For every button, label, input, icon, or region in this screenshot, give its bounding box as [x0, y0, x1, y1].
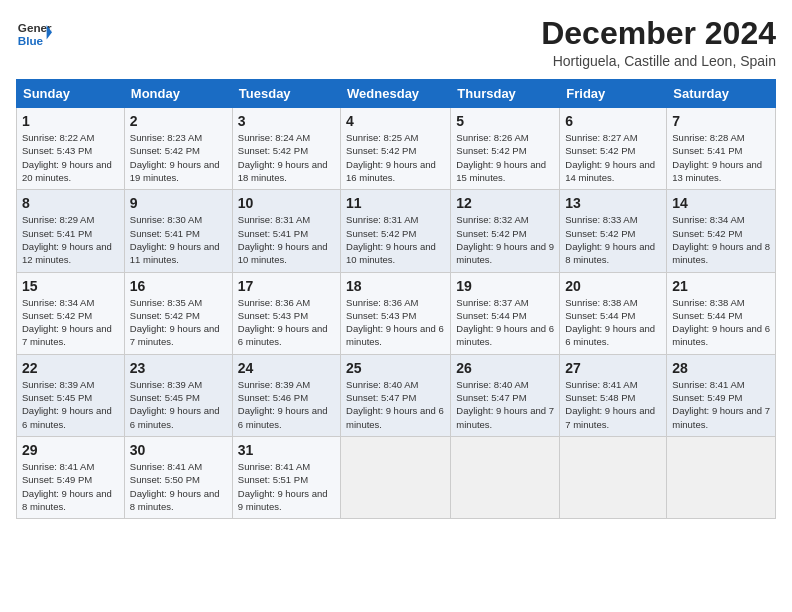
day-info: Sunrise: 8:39 AMSunset: 5:45 PMDaylight:…: [130, 378, 227, 431]
calendar-cell: 10Sunrise: 8:31 AMSunset: 5:41 PMDayligh…: [232, 190, 340, 272]
day-number: 25: [346, 360, 445, 376]
calendar-cell: 16Sunrise: 8:35 AMSunset: 5:42 PMDayligh…: [124, 272, 232, 354]
calendar-cell: 8Sunrise: 8:29 AMSunset: 5:41 PMDaylight…: [17, 190, 125, 272]
calendar-cell: 12Sunrise: 8:32 AMSunset: 5:42 PMDayligh…: [451, 190, 560, 272]
calendar-header-row: SundayMondayTuesdayWednesdayThursdayFrid…: [17, 80, 776, 108]
calendar-cell: 21Sunrise: 8:38 AMSunset: 5:44 PMDayligh…: [667, 272, 776, 354]
svg-text:Blue: Blue: [18, 34, 44, 47]
calendar-cell: [451, 436, 560, 518]
day-info: Sunrise: 8:41 AMSunset: 5:51 PMDaylight:…: [238, 460, 335, 513]
calendar-week-row: 1Sunrise: 8:22 AMSunset: 5:43 PMDaylight…: [17, 108, 776, 190]
day-number: 15: [22, 278, 119, 294]
day-info: Sunrise: 8:29 AMSunset: 5:41 PMDaylight:…: [22, 213, 119, 266]
col-header-sunday: Sunday: [17, 80, 125, 108]
main-title: December 2024: [541, 16, 776, 51]
day-number: 11: [346, 195, 445, 211]
day-number: 2: [130, 113, 227, 129]
col-header-tuesday: Tuesday: [232, 80, 340, 108]
calendar-week-row: 8Sunrise: 8:29 AMSunset: 5:41 PMDaylight…: [17, 190, 776, 272]
calendar-cell: 22Sunrise: 8:39 AMSunset: 5:45 PMDayligh…: [17, 354, 125, 436]
day-info: Sunrise: 8:39 AMSunset: 5:45 PMDaylight:…: [22, 378, 119, 431]
calendar-cell: 19Sunrise: 8:37 AMSunset: 5:44 PMDayligh…: [451, 272, 560, 354]
day-number: 14: [672, 195, 770, 211]
day-info: Sunrise: 8:24 AMSunset: 5:42 PMDaylight:…: [238, 131, 335, 184]
day-info: Sunrise: 8:30 AMSunset: 5:41 PMDaylight:…: [130, 213, 227, 266]
day-number: 28: [672, 360, 770, 376]
title-block: December 2024 Hortiguela, Castille and L…: [541, 16, 776, 69]
day-info: Sunrise: 8:40 AMSunset: 5:47 PMDaylight:…: [456, 378, 554, 431]
calendar-cell: 20Sunrise: 8:38 AMSunset: 5:44 PMDayligh…: [560, 272, 667, 354]
day-number: 1: [22, 113, 119, 129]
calendar-cell: 6Sunrise: 8:27 AMSunset: 5:42 PMDaylight…: [560, 108, 667, 190]
calendar-cell: 24Sunrise: 8:39 AMSunset: 5:46 PMDayligh…: [232, 354, 340, 436]
day-number: 6: [565, 113, 661, 129]
day-number: 13: [565, 195, 661, 211]
day-info: Sunrise: 8:27 AMSunset: 5:42 PMDaylight:…: [565, 131, 661, 184]
day-info: Sunrise: 8:22 AMSunset: 5:43 PMDaylight:…: [22, 131, 119, 184]
day-number: 12: [456, 195, 554, 211]
day-info: Sunrise: 8:41 AMSunset: 5:49 PMDaylight:…: [22, 460, 119, 513]
day-info: Sunrise: 8:38 AMSunset: 5:44 PMDaylight:…: [565, 296, 661, 349]
day-info: Sunrise: 8:34 AMSunset: 5:42 PMDaylight:…: [672, 213, 770, 266]
page-header: General Blue December 2024 Hortiguela, C…: [16, 16, 776, 69]
calendar-week-row: 22Sunrise: 8:39 AMSunset: 5:45 PMDayligh…: [17, 354, 776, 436]
calendar-cell: 2Sunrise: 8:23 AMSunset: 5:42 PMDaylight…: [124, 108, 232, 190]
calendar-cell: 25Sunrise: 8:40 AMSunset: 5:47 PMDayligh…: [341, 354, 451, 436]
day-number: 3: [238, 113, 335, 129]
calendar-cell: 15Sunrise: 8:34 AMSunset: 5:42 PMDayligh…: [17, 272, 125, 354]
logo: General Blue: [16, 16, 52, 52]
col-header-friday: Friday: [560, 80, 667, 108]
day-info: Sunrise: 8:40 AMSunset: 5:47 PMDaylight:…: [346, 378, 445, 431]
day-number: 20: [565, 278, 661, 294]
calendar-cell: 11Sunrise: 8:31 AMSunset: 5:42 PMDayligh…: [341, 190, 451, 272]
day-number: 29: [22, 442, 119, 458]
day-number: 16: [130, 278, 227, 294]
calendar-week-row: 15Sunrise: 8:34 AMSunset: 5:42 PMDayligh…: [17, 272, 776, 354]
day-info: Sunrise: 8:36 AMSunset: 5:43 PMDaylight:…: [346, 296, 445, 349]
day-info: Sunrise: 8:39 AMSunset: 5:46 PMDaylight:…: [238, 378, 335, 431]
day-number: 24: [238, 360, 335, 376]
day-number: 30: [130, 442, 227, 458]
day-info: Sunrise: 8:41 AMSunset: 5:49 PMDaylight:…: [672, 378, 770, 431]
calendar-cell: 26Sunrise: 8:40 AMSunset: 5:47 PMDayligh…: [451, 354, 560, 436]
day-number: 5: [456, 113, 554, 129]
day-number: 22: [22, 360, 119, 376]
calendar-cell: 17Sunrise: 8:36 AMSunset: 5:43 PMDayligh…: [232, 272, 340, 354]
day-info: Sunrise: 8:37 AMSunset: 5:44 PMDaylight:…: [456, 296, 554, 349]
calendar-cell: 30Sunrise: 8:41 AMSunset: 5:50 PMDayligh…: [124, 436, 232, 518]
col-header-thursday: Thursday: [451, 80, 560, 108]
calendar-cell: 5Sunrise: 8:26 AMSunset: 5:42 PMDaylight…: [451, 108, 560, 190]
calendar-cell: [560, 436, 667, 518]
day-number: 26: [456, 360, 554, 376]
day-number: 18: [346, 278, 445, 294]
calendar-cell: 1Sunrise: 8:22 AMSunset: 5:43 PMDaylight…: [17, 108, 125, 190]
calendar-cell: 13Sunrise: 8:33 AMSunset: 5:42 PMDayligh…: [560, 190, 667, 272]
day-info: Sunrise: 8:38 AMSunset: 5:44 PMDaylight:…: [672, 296, 770, 349]
calendar-cell: 3Sunrise: 8:24 AMSunset: 5:42 PMDaylight…: [232, 108, 340, 190]
day-info: Sunrise: 8:36 AMSunset: 5:43 PMDaylight:…: [238, 296, 335, 349]
calendar-cell: [667, 436, 776, 518]
calendar-cell: 31Sunrise: 8:41 AMSunset: 5:51 PMDayligh…: [232, 436, 340, 518]
day-number: 31: [238, 442, 335, 458]
calendar-week-row: 29Sunrise: 8:41 AMSunset: 5:49 PMDayligh…: [17, 436, 776, 518]
day-info: Sunrise: 8:26 AMSunset: 5:42 PMDaylight:…: [456, 131, 554, 184]
day-number: 7: [672, 113, 770, 129]
day-info: Sunrise: 8:28 AMSunset: 5:41 PMDaylight:…: [672, 131, 770, 184]
col-header-saturday: Saturday: [667, 80, 776, 108]
day-info: Sunrise: 8:34 AMSunset: 5:42 PMDaylight:…: [22, 296, 119, 349]
calendar-table: SundayMondayTuesdayWednesdayThursdayFrid…: [16, 79, 776, 519]
calendar-cell: 18Sunrise: 8:36 AMSunset: 5:43 PMDayligh…: [341, 272, 451, 354]
day-info: Sunrise: 8:31 AMSunset: 5:42 PMDaylight:…: [346, 213, 445, 266]
day-number: 19: [456, 278, 554, 294]
day-number: 27: [565, 360, 661, 376]
day-info: Sunrise: 8:23 AMSunset: 5:42 PMDaylight:…: [130, 131, 227, 184]
day-number: 4: [346, 113, 445, 129]
day-number: 17: [238, 278, 335, 294]
calendar-cell: 4Sunrise: 8:25 AMSunset: 5:42 PMDaylight…: [341, 108, 451, 190]
calendar-cell: 14Sunrise: 8:34 AMSunset: 5:42 PMDayligh…: [667, 190, 776, 272]
calendar-cell: 9Sunrise: 8:30 AMSunset: 5:41 PMDaylight…: [124, 190, 232, 272]
day-info: Sunrise: 8:25 AMSunset: 5:42 PMDaylight:…: [346, 131, 445, 184]
calendar-cell: [341, 436, 451, 518]
calendar-cell: 7Sunrise: 8:28 AMSunset: 5:41 PMDaylight…: [667, 108, 776, 190]
col-header-monday: Monday: [124, 80, 232, 108]
